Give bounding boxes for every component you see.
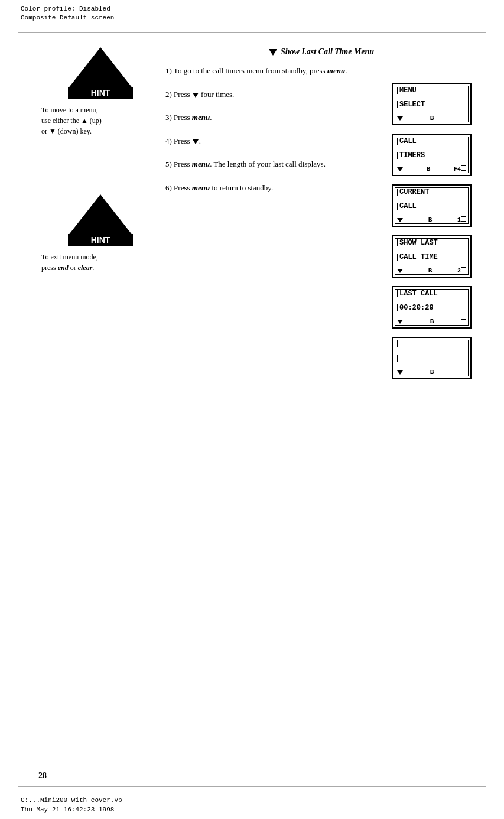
step-5-content: 5) Press menu. The length of your last c…: [165, 158, 380, 170]
hint1-line3: or ▼ (down) key.: [41, 127, 92, 135]
section-title-text: Show Last Call Time Menu: [281, 47, 374, 57]
screen1-line2: SELECT: [396, 100, 467, 109]
step-2-content: 2) Press four times.: [165, 89, 380, 100]
bottom-meta: C:...Mini200 with cover.vp Thu May 21 16…: [21, 796, 122, 814]
step4-arrow: [193, 139, 199, 144]
screen3-num: 1: [457, 216, 466, 223]
screen4-tri: [397, 269, 403, 273]
top-meta: Color profile: Disabled Composite Defaul…: [21, 5, 114, 23]
screen2-f4: F4: [454, 165, 466, 173]
screen6-line1: [396, 340, 467, 347]
bottom-meta-line1: C:...Mini200 with cover.vp: [21, 796, 122, 805]
screen4-cursor1: [397, 239, 398, 246]
step-2: 2) Press four times.: [165, 89, 380, 100]
screen2-cursor2: [397, 152, 398, 159]
hint1-line1: To move to a menu,: [41, 106, 97, 114]
hint-label-1: HINT: [68, 87, 133, 99]
screen3-sq: [461, 216, 466, 222]
step-3: 3) Press menu.: [165, 112, 380, 124]
screen1-cursor1: [397, 87, 398, 94]
section-title-arrow: [269, 49, 277, 56]
screen3-line2: CALL: [396, 202, 467, 210]
steps-text: 1) To go to the call timers menu from st…: [165, 65, 380, 205]
step-4-content: 4) Press .: [165, 135, 380, 147]
screen3-line1: CURRENT: [396, 188, 467, 196]
screen1-bottom: B: [396, 115, 467, 122]
screen-1: MENU SELECT B: [392, 83, 472, 125]
screen-2: CALL TIMERS B F4: [392, 134, 472, 176]
screen4-b: B: [428, 267, 433, 274]
hint2-line1: To exit menu mode,: [41, 253, 98, 261]
step2-press: Press: [174, 90, 190, 99]
screen6-cursor2: [397, 355, 398, 362]
step2-arrow: [193, 93, 199, 98]
screen1-sq: [461, 116, 466, 121]
screen2-tri: [397, 167, 403, 171]
hint-text-2: To exit menu mode, press end or clear.: [41, 252, 160, 273]
hint1-line2: use either the ▲ (up): [41, 116, 102, 125]
page-number: 28: [38, 771, 47, 781]
screen4-line1: SHOW LAST: [396, 239, 467, 247]
step1-menu: menu: [327, 66, 345, 75]
screen5-bottom: B: [396, 318, 467, 325]
screen6-tri: [397, 370, 403, 375]
screen2-line1: CALL: [396, 137, 467, 145]
step-1: 1) To go to the call timers menu from st…: [165, 65, 380, 77]
right-column: Show Last Call Time Menu 1) To go to the…: [165, 47, 477, 379]
screen2-cursor1: [397, 138, 398, 145]
screen5-line2: 00:20:29: [396, 304, 467, 312]
screen5-b: B: [430, 318, 434, 325]
hint-box-2: HINT To exit menu mode, press end or cle…: [41, 194, 160, 273]
screen6-cursor1: [397, 340, 398, 347]
screen3-b: B: [428, 216, 433, 223]
screen1-cursor2: [397, 101, 398, 108]
screen2-sq: [461, 165, 466, 171]
screen1-b: B: [430, 115, 434, 122]
screen5-cursor2: [397, 304, 398, 311]
screens-column: MENU SELECT B CALL: [392, 83, 477, 379]
step-3-content: 3) Press menu.: [165, 112, 380, 124]
screen3-cursor1: [397, 188, 398, 196]
screen5-line1: LAST CALL: [396, 290, 467, 298]
screen2-b: B: [427, 165, 431, 173]
bottom-meta-line2: Thu May 21 16:42:23 1998: [21, 805, 122, 814]
screen-5: LAST CALL 00:20:29 B: [392, 286, 472, 329]
hint-text-1: To move to a menu, use either the ▲ (up)…: [41, 105, 160, 136]
screen4-num: 2: [457, 267, 466, 274]
screen5-tri: [397, 320, 403, 324]
step-6: 6) Press menu to return to standby.: [165, 182, 380, 194]
screen4-bottom: B 2: [396, 267, 467, 274]
screen1-line1: MENU: [396, 86, 467, 95]
screen6-b: B: [430, 369, 434, 376]
step5-menu: menu: [192, 160, 210, 168]
screen2-bottom: B F4: [396, 165, 467, 173]
content-area: HINT To move to a menu, use either the ▲…: [35, 47, 477, 379]
hint2-line2: press end or clear.: [41, 264, 94, 272]
top-meta-line2: Composite Default screen: [21, 14, 114, 22]
screen3-bottom: B 1: [396, 216, 467, 223]
screen6-line2: [396, 355, 467, 362]
step-4: 4) Press .: [165, 135, 380, 147]
screen5-cursor1: [397, 290, 398, 297]
step3-menu: menu: [192, 113, 210, 122]
step6-menu: menu: [192, 183, 210, 192]
section-title: Show Last Call Time Menu: [165, 47, 477, 57]
hint-label-2: HINT: [68, 234, 133, 246]
screen4-sq: [461, 267, 466, 272]
screen3-cursor2: [397, 203, 398, 210]
top-meta-line1: Color profile: Disabled: [21, 5, 114, 14]
screen2-line2: TIMERS: [396, 151, 467, 160]
screen1-tri: [397, 116, 403, 121]
steps-area: 1) To go to the call timers menu from st…: [165, 65, 477, 379]
screen-3: CURRENT CALL B 1: [392, 184, 472, 227]
hint-triangle-2: [68, 194, 133, 236]
hint-box-1: HINT To move to a menu, use either the ▲…: [41, 47, 160, 136]
screen-6: B: [392, 337, 472, 379]
step-5: 5) Press menu. The length of your last c…: [165, 158, 380, 170]
screen5-sq: [461, 319, 466, 324]
left-column: HINT To move to a menu, use either the ▲…: [35, 47, 165, 379]
screen6-bottom: B: [396, 369, 467, 376]
screen6-sq: [461, 370, 466, 375]
step-6-content: 6) Press menu to return to standby.: [165, 182, 380, 194]
step-1-content: 1) To go to the call timers menu from st…: [165, 65, 380, 77]
